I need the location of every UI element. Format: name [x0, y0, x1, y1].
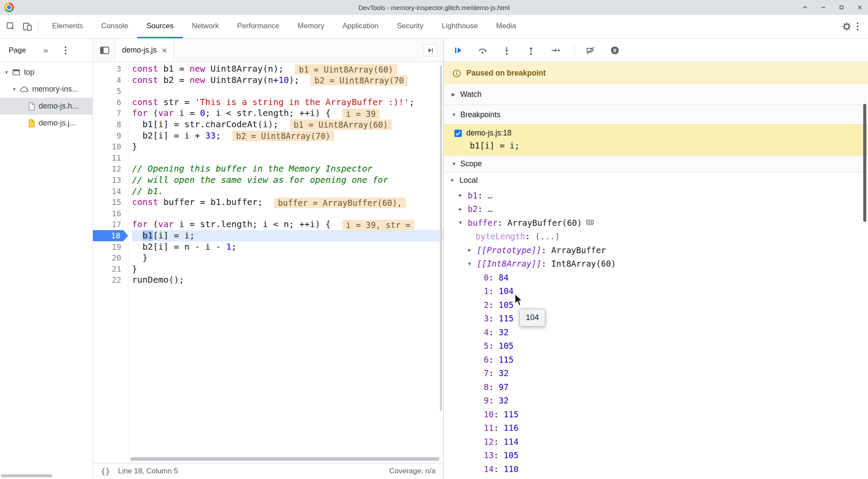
scope-section-local[interactable]: ▼Local — [444, 172, 868, 188]
devtools-tabbar: Elements Console Sources Network Perform… — [0, 15, 868, 39]
line-number[interactable]: 13 — [93, 175, 128, 186]
scope-entry[interactable]: 7: 32 — [444, 367, 868, 380]
toolbar-separator — [574, 45, 575, 56]
scope-entry[interactable]: 6: 115 — [444, 353, 868, 367]
line-number[interactable]: 11 — [93, 152, 128, 164]
line-number[interactable]: 19 — [93, 241, 128, 253]
disclosure-triangle-icon[interactable]: ▼ — [468, 261, 477, 267]
step-icon[interactable] — [550, 45, 561, 56]
tree-item-origin[interactable]: ▼ memory-ins... — [0, 81, 92, 98]
restore-down-icon[interactable] — [801, 3, 809, 11]
inspect-element-icon[interactable] — [5, 21, 17, 32]
line-number[interactable]: 12 — [93, 163, 128, 175]
scope-entry[interactable]: 2: 105 — [444, 298, 868, 312]
line-number[interactable]: 3 — [93, 63, 128, 75]
scope-entry[interactable]: ▼buffer: ArrayBuffer(60) — [444, 216, 868, 230]
scope-entry[interactable]: 3: 115 — [444, 312, 868, 326]
navigator-menu-icon[interactable] — [65, 46, 66, 54]
tree-item-demo-js-html[interactable]: demo-js.h... — [0, 98, 92, 115]
breakpoint-entry[interactable]: demo-js.js:18 b1[i] = i; — [444, 125, 868, 155]
disclosure-triangle-icon[interactable]: ▼ — [459, 220, 468, 225]
deactivate-breakpoints-icon[interactable] — [585, 45, 596, 56]
scope-entry[interactable]: ▶[[Prototype]]: ArrayBuffer — [444, 243, 868, 257]
step-into-icon[interactable] — [502, 45, 512, 56]
line-number[interactable]: 5 — [93, 86, 128, 97]
editor-horizontal-scrollbar[interactable] — [130, 457, 439, 461]
memory-inspector-icon[interactable] — [586, 219, 594, 226]
scope-entry[interactable]: 5: 105 — [444, 339, 868, 353]
line-number[interactable]: 8 — [93, 119, 128, 130]
line-number[interactable]: 18 — [93, 230, 128, 241]
line-number[interactable]: 7 — [93, 108, 128, 119]
scope-entry[interactable]: 9: 32 — [444, 394, 868, 408]
line-number[interactable]: 20 — [93, 252, 128, 264]
tab-performance[interactable]: Performance — [228, 15, 288, 38]
tab-lighthouse[interactable]: Lighthouse — [432, 15, 487, 38]
scope-entry[interactable]: 8: 97 — [444, 380, 868, 394]
tab-elements[interactable]: Elements — [43, 15, 92, 38]
close-tab-icon[interactable]: × — [162, 46, 167, 55]
tab-console[interactable]: Console — [92, 15, 137, 38]
step-out-icon[interactable] — [526, 45, 536, 56]
scope-entry[interactable]: 1: 104 — [444, 284, 868, 298]
editor-tab-demo-js[interactable]: demo-js.js × — [115, 39, 174, 62]
line-number[interactable]: 10 — [93, 141, 128, 152]
disclosure-triangle-icon[interactable]: ▶ — [468, 247, 477, 253]
line-number[interactable]: 16 — [93, 208, 128, 219]
disclosure-triangle-icon[interactable]: ▼ — [4, 70, 12, 75]
tab-media[interactable]: Media — [487, 15, 525, 38]
scope-entry[interactable]: 14: 110 — [444, 462, 868, 476]
debugger-vertical-scrollbar[interactable] — [863, 104, 866, 222]
maximize-icon[interactable] — [838, 3, 845, 11]
pretty-print-button[interactable]: {} — [101, 467, 110, 476]
tab-application[interactable]: Application — [333, 15, 388, 38]
settings-gear-icon[interactable] — [841, 21, 852, 32]
line-number[interactable]: 4 — [93, 75, 128, 86]
scope-entry[interactable]: 10: 115 — [444, 407, 868, 421]
disclosure-triangle-icon[interactable]: ▶ — [459, 192, 468, 198]
tab-page[interactable]: Page — [9, 46, 26, 55]
close-window-icon[interactable] — [856, 3, 864, 11]
tab-security[interactable]: Security — [388, 15, 432, 38]
line-number[interactable]: 15 — [93, 197, 128, 208]
scope-entry[interactable]: ▶b1: … — [444, 188, 868, 202]
tree-item-demo-js-js[interactable]: demo-js.j... — [0, 115, 92, 132]
tab-sources[interactable]: Sources — [137, 15, 182, 38]
scope-section-header[interactable]: ▼ Scope — [444, 155, 868, 172]
breakpoint-checkbox[interactable] — [454, 129, 462, 137]
tab-network[interactable]: Network — [183, 15, 228, 38]
scope-entry[interactable]: ▶b2: … — [444, 202, 868, 216]
line-number[interactable]: 21 — [93, 264, 128, 275]
line-number[interactable]: 6 — [93, 97, 128, 108]
scope-entry[interactable]: 13: 105 — [444, 449, 868, 462]
line-number[interactable]: 17 — [93, 219, 128, 230]
minimize-icon[interactable] — [819, 3, 827, 11]
tab-memory[interactable]: Memory — [288, 15, 333, 38]
pause-on-exceptions-icon[interactable] — [610, 45, 620, 56]
disclosure-triangle-icon[interactable]: ▼ — [451, 178, 459, 183]
scope-entry[interactable]: byteLength: (...) — [444, 230, 868, 244]
scope-entry[interactable]: ▼[[Int8Array]]: Int8Array(60) — [444, 257, 868, 271]
editor-vertical-scrollbar[interactable] — [440, 66, 442, 411]
breakpoints-section-header[interactable]: ▼ Breakpoints — [444, 105, 868, 125]
step-over-icon[interactable] — [477, 45, 488, 56]
disclosure-triangle-icon[interactable]: ▶ — [459, 206, 468, 212]
line-number[interactable]: 22 — [93, 274, 128, 286]
panel-toggle-icon[interactable] — [423, 44, 437, 56]
resume-script-icon[interactable] — [453, 45, 463, 56]
device-toolbar-icon[interactable] — [22, 21, 33, 32]
sidebar-horizontal-scrollbar[interactable] — [1, 474, 52, 477]
scope-entry[interactable]: 0: 84 — [444, 271, 868, 284]
watch-section-header[interactable]: ▶ Watch — [444, 84, 868, 105]
line-number[interactable]: 9 — [93, 130, 128, 142]
scope-entry[interactable]: 12: 114 — [444, 435, 868, 449]
scope-entry[interactable]: 4: 32 — [444, 325, 868, 339]
disclosure-triangle-icon[interactable]: ▼ — [12, 87, 20, 92]
navigator-toggle-icon[interactable] — [99, 45, 110, 56]
line-number[interactable]: 14 — [93, 186, 128, 197]
scope-entry[interactable]: 11: 116 — [444, 421, 868, 435]
tree-item-top[interactable]: ▼ top — [0, 64, 92, 81]
more-tabs-icon[interactable]: » — [43, 45, 48, 55]
more-options-icon[interactable] — [857, 23, 858, 30]
toolbar-separator — [38, 21, 39, 32]
